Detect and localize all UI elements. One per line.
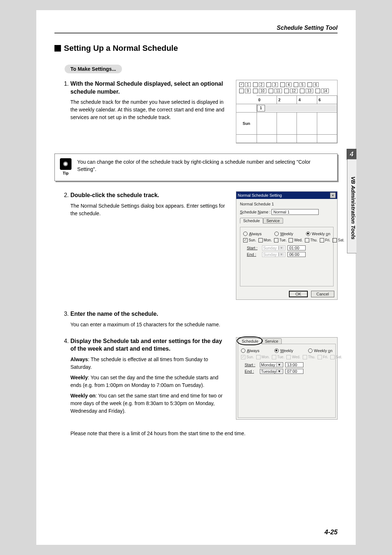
fig1-calendar: 0 2 4 6 1 Sun [236, 95, 337, 143]
schedule-name-label: Schedule Name : [240, 210, 270, 214]
fig1-chk-4[interactable]: 4 [280, 82, 292, 87]
radio-always[interactable]: Always [243, 232, 262, 236]
tip-text: You can change the color of the schedule… [77, 158, 330, 176]
page-header: Schedule Setting Tool [54, 25, 338, 31]
dialog-tab-panel: Always Weekly Weekly on ✓Sun. Mon. Tue. … [240, 227, 334, 286]
step-1: With the Normal Schedule displayed, sele… [70, 80, 229, 121]
chk-fri[interactable]: Fri. [320, 238, 330, 242]
tab-service[interactable]: Service [263, 218, 283, 224]
fig1-chk-14[interactable]: 14 [315, 89, 329, 93]
fig3-start-time-input[interactable]: 13:00 [285, 362, 303, 367]
cancel-button[interactable]: Cancel [311, 291, 334, 297]
fig3-radio-always[interactable]: Always [241, 348, 260, 353]
schedule-name-input[interactable]: Normal 1 [271, 209, 319, 215]
fig3-row-end: End : Tuesday▼ 07:00 [245, 369, 332, 374]
fig3-start-day-select[interactable]: Monday▼ [260, 362, 283, 367]
dialog-title: Normal Schedule Setting [238, 193, 282, 197]
fig1-chk-5[interactable]: 5 [294, 82, 305, 87]
fig1-checkbox-row-1: ✓1 2 3 4 5 6 [236, 82, 337, 88]
page-title: Setting Up a Normal Schedule [64, 44, 178, 53]
step-4-head: Display the Schedule tab and enter setti… [70, 337, 229, 353]
fig1-chk-12[interactable]: 12 [284, 89, 298, 93]
step-4-body: Always: The schedule is effective at all… [70, 356, 229, 415]
step-2-head: Double-click the schedule track. [70, 191, 229, 199]
header-divider [54, 33, 338, 33]
fig3-dayrow: ✓Sun. Mon. Tue. Wed. Thu. Fri. Sat. [241, 355, 332, 359]
tab-schedule[interactable]: Schedule [240, 218, 263, 224]
chk-mon[interactable]: Mon. [258, 238, 272, 242]
fig1-checkbox-row-2: 9 10 11 12 13 14 [236, 88, 337, 94]
row-start: Start : Sunday▼ 01:00 [247, 245, 330, 250]
lightbulb-icon: ✺ [60, 158, 72, 170]
h1-bullet [54, 45, 61, 52]
radio-weekly-on[interactable]: Weekly on [306, 232, 330, 236]
fig3-radio-weekly[interactable]: Weekly [274, 348, 293, 353]
step-3: Enter the name of the schedule. You can … [70, 310, 338, 328]
fig3-start-label: Start : [245, 363, 258, 367]
start-time-input[interactable]: 01:00 [287, 245, 306, 250]
figure-dialog-normal-schedule: Normal Schedule Setting × Normal Schedul… [236, 191, 338, 300]
figure-schedule-tab-weekly: Schedule Service Always Weekly Weekly on… [236, 337, 338, 420]
ok-button[interactable]: OK [289, 291, 308, 297]
chapter-tab-label: VB Administration Tools [347, 159, 356, 253]
row-end: End : Sunday▼ 06:00 [247, 252, 330, 257]
dialog-groupname: Normal Schedule 1 [240, 202, 334, 206]
tab-service-2[interactable]: Service [262, 338, 282, 344]
close-icon[interactable]: × [330, 192, 336, 198]
fig1-chk-6[interactable]: 6 [307, 82, 319, 87]
step-3-head: Enter the name of the schedule. [70, 310, 338, 318]
fig1-chk-2[interactable]: 2 [253, 82, 265, 87]
dialog-titlebar: Normal Schedule Setting × [236, 192, 337, 199]
step-2: Double-click the schedule track. The Nor… [70, 191, 229, 217]
figure-schedule-grid: ✓1 2 3 4 5 6 9 10 11 12 13 14 0 2 [236, 80, 338, 143]
chk-sat[interactable]: Sat. [332, 238, 344, 242]
tip-label: Tip [59, 171, 72, 176]
step-3-body: You can enter a maximum of 15 characters… [70, 321, 338, 328]
chk-sun[interactable]: ✓Sun. [243, 238, 256, 242]
section-pill: To Make Settings... [65, 65, 122, 73]
fig3-row-start: Start : Monday▼ 13:00 [245, 362, 332, 367]
radio-weekly[interactable]: Weekly [274, 232, 293, 236]
end-time-input[interactable]: 06:00 [287, 252, 306, 257]
chk-wed[interactable]: Wed. [289, 238, 302, 242]
fig3-panel: Always Weekly Weekly on ✓Sun. Mon. Tue. … [238, 344, 336, 418]
start-day-select[interactable]: Sunday▼ [262, 245, 285, 250]
step-4: Display the Schedule tab and enter setti… [70, 337, 229, 415]
fig1-chk-1[interactable]: ✓1 [239, 82, 251, 87]
fig1-chk-11[interactable]: 11 [269, 89, 282, 93]
dialog-button-row: OK Cancel [236, 291, 337, 297]
end-label: End : [247, 252, 260, 257]
chk-tue[interactable]: Tue. [274, 238, 287, 242]
step-1-body: The schedule track for the number you ha… [70, 98, 229, 121]
fig1-chk-3[interactable]: 3 [266, 82, 278, 87]
fig3-end-time-input[interactable]: 07:00 [285, 369, 303, 374]
tab-schedule-circled[interactable]: Schedule [238, 338, 262, 344]
fig3-radio-weekly-on[interactable]: Weekly on [308, 348, 332, 353]
fig1-trackstrip[interactable]: 1 [257, 105, 337, 111]
fig1-chk-10[interactable]: 10 [253, 89, 266, 93]
chk-thu[interactable]: Thu. [305, 238, 318, 242]
fig1-dayname: Sun [236, 113, 257, 135]
fig1-chk-13[interactable]: 13 [300, 89, 313, 93]
dialog-dayrow: ✓Sun. Mon. Tue. Wed. Thu. Fri. Sat. [243, 238, 330, 242]
step-4-note: Please note that there is a limit of 24 … [70, 430, 338, 437]
fig3-end-day-select[interactable]: Tuesday▼ [260, 369, 283, 374]
start-label: Start : [247, 246, 260, 250]
tip-icon: ✺ Tip [59, 158, 72, 176]
step-1-head: With the Normal Schedule displayed, sele… [70, 80, 229, 95]
fig1-chk-9[interactable]: 9 [239, 89, 251, 93]
fig1-track-handle[interactable]: 1 [257, 105, 265, 111]
page-number: 4-25 [324, 529, 338, 536]
end-day-select[interactable]: Sunday▼ [262, 252, 285, 257]
fig3-end-label: End : [245, 369, 258, 374]
step-2-body: The Normal Schedule Settings dialog box … [70, 202, 229, 217]
tip-box: ✺ Tip You can change the color of the sc… [54, 154, 338, 181]
chapter-tab-number: 4 [347, 149, 356, 160]
